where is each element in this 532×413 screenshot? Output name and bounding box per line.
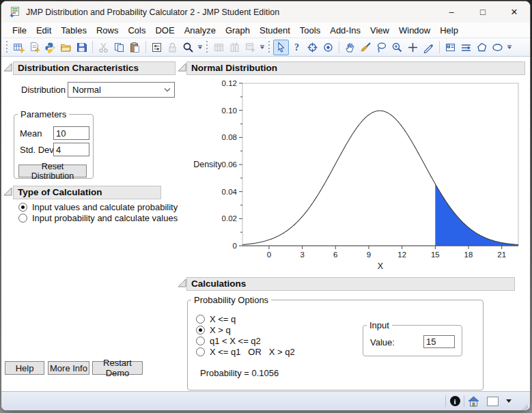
menu-doe[interactable]: DOE [150, 24, 179, 37]
menu-cols[interactable]: Cols [123, 24, 150, 37]
new-data-table-icon[interactable] [11, 40, 27, 55]
plus-icon[interactable] [405, 40, 421, 55]
menu-add-ins[interactable]: Add-Ins [325, 24, 365, 37]
table-tool-2-icon[interactable] [227, 40, 242, 55]
close-button[interactable]: ✕ [499, 1, 530, 23]
radio-button[interactable] [196, 326, 205, 334]
distribution-label: Distribution [21, 85, 66, 95]
distribution-select[interactable]: Normal [68, 82, 175, 98]
copy-icon[interactable] [111, 40, 127, 55]
toolbar-separator [439, 41, 440, 53]
menu-help[interactable]: Help [435, 24, 463, 37]
crosshair-circle-icon[interactable] [305, 40, 320, 55]
section-header-calculations[interactable]: Calculations [186, 277, 515, 291]
std-dev-field[interactable] [53, 143, 89, 156]
mean-field[interactable] [53, 126, 89, 140]
more-info-button[interactable]: More Info [48, 361, 89, 375]
menu-tables[interactable]: Tables [56, 24, 92, 37]
menu-student[interactable]: Student [255, 24, 295, 37]
distribution-plot[interactable]: 03691215182100.020.040.060.080.100.12XDe… [187, 76, 529, 276]
python-icon[interactable] [42, 40, 58, 55]
window-square-icon[interactable] [482, 394, 503, 409]
table-tool-3-icon[interactable] [242, 40, 258, 55]
disclosure-triangle[interactable] [178, 63, 186, 72]
target-icon[interactable] [320, 40, 336, 55]
toolbar-overflow-icon[interactable] [196, 40, 204, 55]
cursor-icon[interactable] [273, 40, 289, 55]
home-icon[interactable] [464, 394, 482, 409]
new-script-icon[interactable] [27, 40, 42, 55]
menu-analyze[interactable]: Analyze [180, 24, 221, 37]
status-bar: i [1, 391, 530, 410]
menu-edit[interactable]: Edit [31, 24, 56, 37]
value-field[interactable] [423, 335, 455, 348]
menu-tools[interactable]: Tools [295, 24, 325, 37]
maximize-button[interactable]: □ [467, 1, 499, 23]
menu-graph[interactable]: Graph [221, 24, 255, 37]
radio-input-probability[interactable]: Input probability and calculate values [18, 213, 178, 223]
dropdown-caret-icon[interactable] [503, 394, 515, 409]
chevron-down-icon [164, 87, 171, 92]
radio-input-values[interactable]: Input values and calculate probability [18, 202, 178, 212]
section-header-normal-distribution[interactable]: Normal Distribution [186, 61, 525, 75]
lock-icon[interactable] [165, 40, 180, 55]
zoom-icon[interactable] [389, 40, 405, 55]
open-icon[interactable] [58, 40, 74, 55]
radio-button[interactable] [196, 347, 205, 356]
hand-icon[interactable] [342, 40, 358, 55]
svg-text:0: 0 [267, 251, 271, 259]
disclosure-triangle[interactable] [3, 187, 12, 196]
radio-x-le-q[interactable]: X <= q [196, 314, 236, 324]
help-icon[interactable]: ? [289, 40, 305, 55]
menu-window[interactable]: Window [394, 24, 435, 37]
resize-grip[interactable] [519, 401, 528, 410]
radio-button[interactable] [196, 337, 205, 345]
settings-icon[interactable] [149, 40, 165, 55]
svg-text:18: 18 [464, 251, 473, 259]
pencil-icon[interactable] [421, 40, 436, 55]
table-tool-1-icon[interactable] [211, 40, 227, 55]
save-icon[interactable] [74, 40, 89, 55]
info-icon[interactable]: i [446, 394, 464, 409]
toolbar-grip[interactable] [268, 41, 271, 53]
toolbar-overflow-icon[interactable] [258, 40, 266, 55]
section-header-distribution-characteristics[interactable]: Distribution Characteristics [13, 61, 176, 75]
reset-distribution-button[interactable]: Reset Distribution [18, 165, 87, 177]
radio-button[interactable] [196, 315, 205, 324]
brush-icon[interactable] [358, 40, 374, 55]
svg-text:21: 21 [497, 251, 506, 259]
oval-annotation-icon[interactable] [490, 40, 505, 55]
window-title: JMP Distribution and Probability Calcula… [26, 8, 279, 17]
polygon-annotation-icon[interactable] [474, 40, 490, 55]
svg-text:?: ? [294, 42, 299, 53]
toolbar-separator [92, 41, 93, 53]
minimize-button[interactable]: – [436, 1, 467, 23]
toolbar-overflow-icon[interactable] [505, 40, 513, 55]
arrow-annotation-icon[interactable] [458, 40, 474, 55]
disclosure-triangle[interactable] [3, 63, 12, 72]
cut-icon[interactable] [96, 40, 111, 55]
restart-demo-button[interactable]: Restart Demo [92, 361, 143, 375]
radio-button[interactable] [18, 214, 27, 223]
section-header-type-of-calculation[interactable]: Type of Calculation [13, 186, 161, 199]
radio-x-le-q1-or-x-gt-q2[interactable]: X <= q1 OR X > q2 [196, 347, 295, 357]
svg-text:0.02: 0.02 [222, 214, 237, 223]
radio-q1-lt-x-le-q2[interactable]: q1 < X <= q2 [196, 336, 261, 346]
radio-button[interactable] [18, 203, 27, 212]
menu-view[interactable]: View [365, 24, 394, 37]
menu-file[interactable]: File [8, 24, 31, 37]
svg-text:Density: Density [193, 160, 222, 169]
toolbar-grip[interactable] [206, 41, 209, 53]
section-title: Normal Distribution [191, 63, 277, 73]
svg-text:0.06: 0.06 [222, 160, 237, 169]
toolbar-grip[interactable] [5, 41, 9, 53]
disclosure-triangle[interactable] [178, 279, 186, 287]
title-bar[interactable]: JMP Distribution and Probability Calcula… [1, 1, 530, 23]
menu-rows[interactable]: Rows [92, 24, 124, 37]
help-button[interactable]: Help [5, 361, 44, 375]
paste-icon[interactable] [127, 40, 143, 55]
search-icon[interactable] [180, 40, 196, 55]
text-annotation-icon[interactable]: T [443, 40, 458, 55]
lasso-icon[interactable] [374, 40, 389, 55]
radio-x-gt-q[interactable]: X > q [196, 325, 231, 335]
